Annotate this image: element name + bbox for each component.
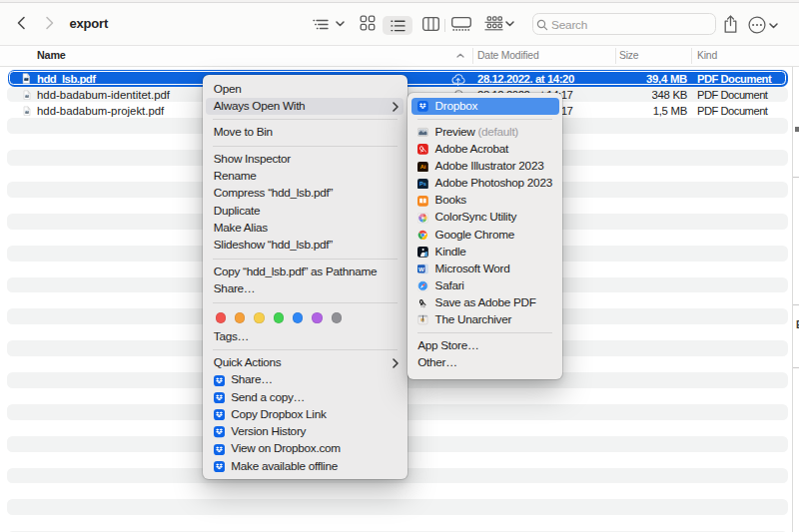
svg-text:Ai: Ai [420,164,426,170]
svg-text:Ps: Ps [419,181,426,187]
svg-text:W: W [418,266,424,272]
